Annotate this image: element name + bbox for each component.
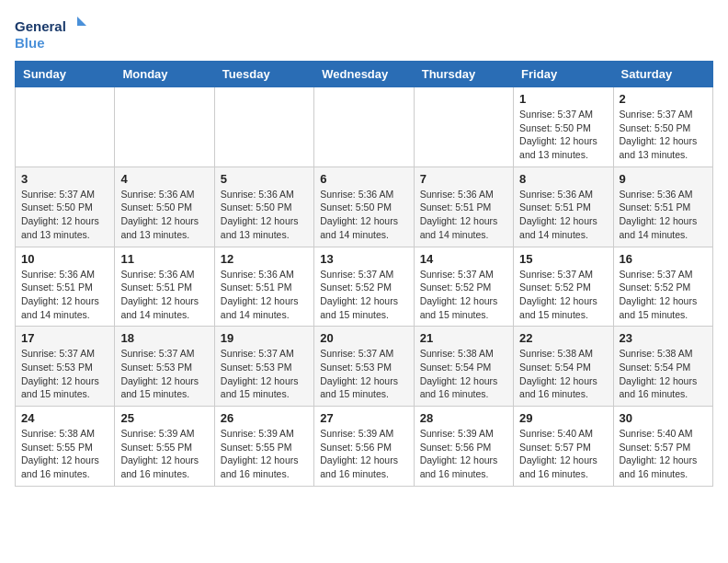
day-info: Sunrise: 5:37 AM Sunset: 5:50 PM Dayligh…: [620, 108, 707, 162]
week-row-2: 3Sunrise: 5:37 AM Sunset: 5:50 PM Daylig…: [16, 167, 713, 247]
weekday-header-thursday: Thursday: [414, 62, 513, 87]
day-number: 24: [21, 411, 108, 425]
day-info: Sunrise: 5:38 AM Sunset: 5:54 PM Dayligh…: [420, 347, 507, 401]
day-number: 3: [21, 172, 108, 186]
day-cell: 21Sunrise: 5:38 AM Sunset: 5:54 PM Dayli…: [414, 327, 513, 407]
day-info: Sunrise: 5:36 AM Sunset: 5:50 PM Dayligh…: [221, 188, 308, 242]
day-cell: 17Sunrise: 5:37 AM Sunset: 5:53 PM Dayli…: [16, 327, 115, 407]
day-cell: [214, 87, 313, 167]
day-number: 10: [21, 252, 108, 266]
day-cell: 12Sunrise: 5:36 AM Sunset: 5:51 PM Dayli…: [214, 247, 313, 327]
weekday-header-friday: Friday: [514, 62, 613, 87]
day-info: Sunrise: 5:37 AM Sunset: 5:52 PM Dayligh…: [320, 268, 407, 322]
weekday-header-saturday: Saturday: [613, 62, 712, 87]
weekday-header-sunday: Sunday: [16, 62, 115, 87]
day-number: 28: [420, 411, 507, 425]
day-info: Sunrise: 5:36 AM Sunset: 5:51 PM Dayligh…: [221, 268, 308, 322]
logo: General Blue: [15, 15, 88, 53]
day-cell: 10Sunrise: 5:36 AM Sunset: 5:51 PM Dayli…: [16, 247, 115, 327]
day-info: Sunrise: 5:39 AM Sunset: 5:55 PM Dayligh…: [221, 427, 308, 481]
day-number: 22: [519, 331, 607, 345]
day-info: Sunrise: 5:37 AM Sunset: 5:50 PM Dayligh…: [519, 108, 607, 162]
day-cell: 27Sunrise: 5:39 AM Sunset: 5:56 PM Dayli…: [314, 407, 414, 487]
day-info: Sunrise: 5:38 AM Sunset: 5:55 PM Dayligh…: [21, 427, 108, 481]
day-info: Sunrise: 5:36 AM Sunset: 5:51 PM Dayligh…: [120, 268, 208, 322]
day-info: Sunrise: 5:37 AM Sunset: 5:52 PM Dayligh…: [519, 268, 607, 322]
day-info: Sunrise: 5:38 AM Sunset: 5:54 PM Dayligh…: [519, 347, 607, 401]
day-cell: 30Sunrise: 5:40 AM Sunset: 5:57 PM Dayli…: [613, 407, 712, 487]
svg-text:Blue: Blue: [15, 35, 45, 51]
day-cell: 24Sunrise: 5:38 AM Sunset: 5:55 PM Dayli…: [16, 407, 115, 487]
week-row-3: 10Sunrise: 5:36 AM Sunset: 5:51 PM Dayli…: [16, 247, 713, 327]
day-cell: 26Sunrise: 5:39 AM Sunset: 5:55 PM Dayli…: [214, 407, 313, 487]
day-number: 14: [420, 252, 507, 266]
day-info: Sunrise: 5:36 AM Sunset: 5:51 PM Dayligh…: [620, 188, 707, 242]
day-cell: 28Sunrise: 5:39 AM Sunset: 5:56 PM Dayli…: [414, 407, 513, 487]
calendar-body: 1Sunrise: 5:37 AM Sunset: 5:50 PM Daylig…: [16, 87, 713, 487]
day-number: 15: [519, 252, 607, 266]
day-info: Sunrise: 5:39 AM Sunset: 5:56 PM Dayligh…: [420, 427, 507, 481]
day-cell: 18Sunrise: 5:37 AM Sunset: 5:53 PM Dayli…: [115, 327, 214, 407]
day-number: 17: [21, 331, 108, 345]
calendar-header: SundayMondayTuesdayWednesdayThursdayFrid…: [16, 62, 713, 87]
day-cell: 29Sunrise: 5:40 AM Sunset: 5:57 PM Dayli…: [514, 407, 613, 487]
week-row-4: 17Sunrise: 5:37 AM Sunset: 5:53 PM Dayli…: [16, 327, 713, 407]
day-number: 9: [620, 172, 707, 186]
day-number: 25: [120, 411, 208, 425]
day-cell: 14Sunrise: 5:37 AM Sunset: 5:52 PM Dayli…: [414, 247, 513, 327]
day-number: 2: [620, 92, 707, 106]
day-cell: 15Sunrise: 5:37 AM Sunset: 5:52 PM Dayli…: [514, 247, 613, 327]
day-info: Sunrise: 5:36 AM Sunset: 5:50 PM Dayligh…: [320, 188, 407, 242]
day-number: 4: [120, 172, 208, 186]
day-info: Sunrise: 5:37 AM Sunset: 5:52 PM Dayligh…: [420, 268, 507, 322]
day-cell: [115, 87, 214, 167]
day-info: Sunrise: 5:38 AM Sunset: 5:54 PM Dayligh…: [620, 347, 707, 401]
day-info: Sunrise: 5:37 AM Sunset: 5:52 PM Dayligh…: [620, 268, 707, 322]
day-number: 23: [620, 331, 707, 345]
day-number: 26: [221, 411, 308, 425]
calendar-table: SundayMondayTuesdayWednesdayThursdayFrid…: [15, 61, 713, 487]
day-number: 12: [221, 252, 308, 266]
day-info: Sunrise: 5:39 AM Sunset: 5:55 PM Dayligh…: [120, 427, 208, 481]
day-number: 20: [320, 331, 407, 345]
day-number: 1: [519, 92, 607, 106]
day-info: Sunrise: 5:36 AM Sunset: 5:51 PM Dayligh…: [21, 268, 108, 322]
day-info: Sunrise: 5:37 AM Sunset: 5:53 PM Dayligh…: [221, 347, 308, 401]
weekday-header-monday: Monday: [115, 62, 214, 87]
day-number: 18: [120, 331, 208, 345]
day-info: Sunrise: 5:36 AM Sunset: 5:50 PM Dayligh…: [120, 188, 208, 242]
day-info: Sunrise: 5:36 AM Sunset: 5:51 PM Dayligh…: [519, 188, 607, 242]
week-row-1: 1Sunrise: 5:37 AM Sunset: 5:50 PM Daylig…: [16, 87, 713, 167]
day-cell: 8Sunrise: 5:36 AM Sunset: 5:51 PM Daylig…: [514, 167, 613, 247]
day-info: Sunrise: 5:36 AM Sunset: 5:51 PM Dayligh…: [420, 188, 507, 242]
day-number: 19: [221, 331, 308, 345]
day-number: 29: [519, 411, 607, 425]
day-cell: 13Sunrise: 5:37 AM Sunset: 5:52 PM Dayli…: [314, 247, 414, 327]
weekday-header-row: SundayMondayTuesdayWednesdayThursdayFrid…: [16, 62, 713, 87]
day-number: 5: [221, 172, 308, 186]
day-cell: 19Sunrise: 5:37 AM Sunset: 5:53 PM Dayli…: [214, 327, 313, 407]
day-cell: 7Sunrise: 5:36 AM Sunset: 5:51 PM Daylig…: [414, 167, 513, 247]
day-number: 27: [320, 411, 407, 425]
day-info: Sunrise: 5:40 AM Sunset: 5:57 PM Dayligh…: [620, 427, 707, 481]
day-cell: 3Sunrise: 5:37 AM Sunset: 5:50 PM Daylig…: [16, 167, 115, 247]
day-cell: [414, 87, 513, 167]
day-cell: 25Sunrise: 5:39 AM Sunset: 5:55 PM Dayli…: [115, 407, 214, 487]
day-number: 16: [620, 252, 707, 266]
day-info: Sunrise: 5:39 AM Sunset: 5:56 PM Dayligh…: [320, 427, 407, 481]
day-cell: 5Sunrise: 5:36 AM Sunset: 5:50 PM Daylig…: [214, 167, 313, 247]
day-info: Sunrise: 5:40 AM Sunset: 5:57 PM Dayligh…: [519, 427, 607, 481]
day-cell: 4Sunrise: 5:36 AM Sunset: 5:50 PM Daylig…: [115, 167, 214, 247]
day-number: 21: [420, 331, 507, 345]
day-cell: 2Sunrise: 5:37 AM Sunset: 5:50 PM Daylig…: [613, 87, 712, 167]
day-info: Sunrise: 5:37 AM Sunset: 5:53 PM Dayligh…: [120, 347, 208, 401]
logo-svg: General Blue: [15, 15, 88, 53]
day-cell: 23Sunrise: 5:38 AM Sunset: 5:54 PM Dayli…: [613, 327, 712, 407]
day-cell: 9Sunrise: 5:36 AM Sunset: 5:51 PM Daylig…: [613, 167, 712, 247]
day-number: 7: [420, 172, 507, 186]
day-cell: 22Sunrise: 5:38 AM Sunset: 5:54 PM Dayli…: [514, 327, 613, 407]
page-header: General Blue: [15, 15, 713, 53]
svg-text:General: General: [15, 18, 66, 34]
day-info: Sunrise: 5:37 AM Sunset: 5:53 PM Dayligh…: [320, 347, 407, 401]
day-number: 8: [519, 172, 607, 186]
